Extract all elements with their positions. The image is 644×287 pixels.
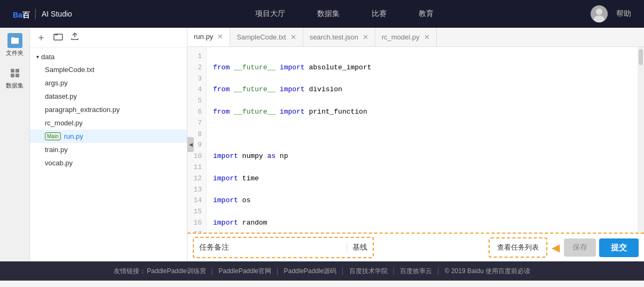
new-folder-btn[interactable] [53,32,63,43]
tab-runpy[interactable]: run.py ✕ [187,28,230,46]
new-file-btn[interactable]: ＋ [36,33,46,42]
svg-text:百度: 百度 [22,11,30,19]
baidu-logo-icon: Bai 百度 [13,8,30,20]
scrollbar[interactable] [638,47,644,233]
task-note-section: 任务备注 基线 [193,237,374,258]
footer-sep-1: │ [276,267,280,275]
svg-point-3 [596,9,602,15]
main-container: 文件夹 数据集 ＋ [0,28,644,261]
tab-close-rcmodel[interactable]: ✕ [424,33,430,41]
file-item-paragraph[interactable]: paragraph_extraction.py [30,103,187,116]
save-btn[interactable]: 保存 [564,238,596,257]
sidebar-item-files[interactable]: 文件夹 [6,33,23,57]
footer: 友情链接： PaddlePaddle训练营 │ PaddlePaddle官网 │… [0,261,644,281]
nav-education[interactable]: 教育 [419,9,434,19]
file-item-samplecode[interactable]: SampleCode.txt [30,63,187,76]
task-note-input[interactable] [234,244,341,252]
tab-searchtestjson[interactable]: search.test.json ✕ [303,28,375,46]
footer-link-0[interactable]: PaddlePaddle训练营 [147,267,206,276]
datasets-label: 数据集 [6,82,23,90]
file-tree: ▾ data SampleCode.txt args.py dataset.py… [30,47,187,261]
upload-btn[interactable] [70,32,79,43]
file-icon [7,33,22,48]
nav-competition[interactable]: 比赛 [372,9,387,19]
logo-area: Bai 百度 │ AI Studio [13,8,72,20]
avatar[interactable] [591,5,608,22]
file-item-args[interactable]: args.py [30,76,187,90]
folder-name: data [41,53,54,61]
submit-btn[interactable]: 提交 [599,238,639,257]
bottom-toolbar: 任务备注 基线 查看任务列表 ◀ 保存 提交 [187,233,644,261]
file-panel: ＋ ▾ data SampleCode.txt [30,28,187,261]
arrow-left-icon: ◀ [552,241,560,254]
tab-close-runpy[interactable]: ✕ [217,33,223,41]
footer-sep-4: │ [436,267,441,275]
nav-bar: 项目大厅 数据集 比赛 教育 [99,9,591,19]
tab-close-searchtestjson[interactable]: ✕ [363,33,368,41]
task-note-label: 任务备注 [199,243,229,252]
svg-rect-9 [11,74,14,77]
file-label: 文件夹 [6,49,23,57]
logo-separator: │ [33,9,38,19]
footer-sep-3: │ [392,267,396,275]
footer-sep-2: │ [341,267,345,275]
baseline-label: 基线 [347,243,367,252]
file-item-train[interactable]: train.py [30,143,187,156]
view-tasks-btn[interactable]: 查看任务列表 [491,240,545,256]
view-tasks-wrapper: 查看任务列表 [489,237,547,258]
help-link[interactable]: 帮助 [616,9,631,19]
file-item-vocab[interactable]: vocab.py [30,156,187,170]
file-item-rcmodel[interactable]: rc_model.py [30,116,187,130]
svg-rect-10 [15,74,19,77]
right-action-section: 查看任务列表 ◀ 保存 提交 [489,237,639,258]
file-item-dataset[interactable]: dataset.py [30,90,187,103]
nav-projects[interactable]: 项目大厅 [255,9,285,19]
footer-copyright: © 2019 Baidu 使用百度前必读 [445,267,530,276]
svg-rect-6 [11,37,14,39]
editor-area: run.py ✕ SampleCode.txt ✕ search.test.js… [187,28,644,261]
file-item-runpy[interactable]: Main run.py [30,130,187,143]
code-editor[interactable]: 1234 5678 9101112 13141516 17181920 2122… [187,47,644,233]
scroll-thumb[interactable] [639,49,643,65]
sidebar: 文件夹 数据集 [0,28,30,261]
file-toolbar: ＋ [30,28,187,47]
footer-link-2[interactable]: PaddlePaddle源码 [284,267,337,276]
folder-item-data[interactable]: ▾ data [30,51,187,63]
code-lines[interactable]: from __future__ import absolute_import f… [207,47,638,233]
header: Bai 百度 │ AI Studio 项目大厅 数据集 比赛 教育 帮助 [0,0,644,28]
tabs-bar: run.py ✕ SampleCode.txt ✕ search.test.js… [187,28,644,47]
panel-collapse-arrow[interactable]: ◀ [187,137,194,152]
datasets-icon [7,66,22,81]
tab-close-samplecode[interactable]: ✕ [290,33,296,41]
sidebar-item-datasets[interactable]: 数据集 [6,66,23,90]
svg-rect-7 [11,69,14,73]
active-filename: run.py [64,132,83,140]
ai-studio-label: AI Studio [42,10,72,18]
main-badge: Main [45,132,61,140]
tab-samplecode[interactable]: SampleCode.txt ✕ [230,28,303,46]
footer-link-3[interactable]: 百度技术学院 [349,267,388,276]
header-right: 帮助 [591,5,631,22]
footer-sep-0: │ [210,267,215,275]
nav-datasets[interactable]: 数据集 [317,9,340,19]
tab-rcmodel[interactable]: rc_model.py ✕ [375,28,437,46]
footer-link-4[interactable]: 百度效率云 [400,267,432,276]
footer-link-1[interactable]: PaddlePaddle官网 [218,267,271,276]
footer-prefix: 友情链接： [114,267,146,276]
svg-rect-8 [15,69,19,73]
